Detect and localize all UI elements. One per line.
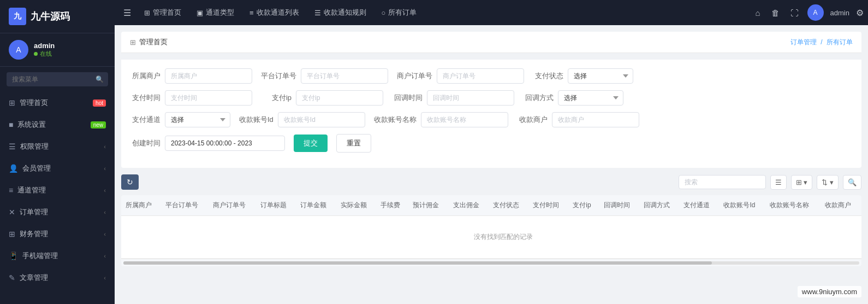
col-actual-amount: 实际金额 xyxy=(336,195,376,216)
chevron-right-icon-5: ‹ xyxy=(104,231,106,237)
filter-item-receive-merchant: 收款商户 xyxy=(517,112,639,127)
sidebar-item-channel[interactable]: ≡ 通道管理 ‹ xyxy=(0,179,115,201)
grid-view-button[interactable]: ⊞ ▾ xyxy=(791,175,813,190)
col-platform-order: 平台订单号 xyxy=(161,195,209,216)
data-table-wrap: 所属商户 平台订单号 商户订单号 订单标题 订单金额 实际金额 手续费 预计佣金… xyxy=(121,195,861,266)
filter-input-platform-order[interactable] xyxy=(301,68,388,84)
filter-item-receive-account-name: 收款账号名称 xyxy=(374,112,508,127)
filter-item-callback-method: 回调方式 选择 GET POST xyxy=(523,90,623,106)
filter-row-4: 创建时间 提交 重置 xyxy=(130,134,853,153)
sort-button[interactable]: ⇅ ▾ xyxy=(817,175,839,190)
sidebar-item-member[interactable]: 👤 会员管理 ‹ xyxy=(0,157,115,179)
tab-payment-rule[interactable]: ☰ 收款通知规则 xyxy=(308,5,373,20)
hamburger-icon[interactable]: ☰ xyxy=(119,3,135,22)
sidebar-search-wrap: 🔍 xyxy=(0,67,115,92)
col-receive-account-id: 收款账号Id xyxy=(719,195,765,216)
trash-icon[interactable]: 🗑 xyxy=(769,6,782,20)
horizontal-scrollbar[interactable] xyxy=(121,259,861,266)
filter-label-receive-merchant: 收款商户 xyxy=(517,115,548,125)
col-estimated-commission: 预计佣金 xyxy=(408,195,448,216)
filter-label-callback-time: 回调时间 xyxy=(392,93,423,103)
search-icon: 🔍 xyxy=(96,75,104,83)
table-toolbar-right: ☰ ⊞ ▾ ⇅ ▾ 🔍 xyxy=(679,175,861,190)
filter-input-merchant[interactable] xyxy=(165,68,252,84)
filter-item-pay-channel: 支付通道 选择 xyxy=(130,112,230,127)
sidebar-user: A admin 在线 xyxy=(0,33,115,67)
finance-icon: ⊞ xyxy=(9,230,15,238)
table-toolbar: ↻ ☰ ⊞ ▾ ⇅ ▾ 🔍 xyxy=(121,174,861,190)
col-order-title: 订单标题 xyxy=(256,195,296,216)
filter-input-merchant-order[interactable] xyxy=(437,68,524,84)
sidebar-item-article[interactable]: ✎ 文章管理 ‹ xyxy=(0,267,115,289)
fullscreen-icon[interactable]: ⛶ xyxy=(788,6,801,20)
tab-payment-channel[interactable]: ≡ 收款通道列表 xyxy=(243,5,306,20)
breadcrumb-parent[interactable]: 订单管理 xyxy=(790,38,817,46)
filter-row-1: 所属商户 平台订单号 商户订单号 支付状态 选择 待支付 支付成功 xyxy=(130,68,853,84)
submit-button[interactable]: 提交 xyxy=(294,135,328,152)
settings-icon[interactable]: ⚙ xyxy=(856,8,864,18)
chevron-right-icon-2: ‹ xyxy=(104,165,106,172)
topnav-right: ⌂ 🗑 ⛶ A admin ⚙ xyxy=(753,4,864,21)
tab-channel-type[interactable]: ▣ 通道类型 xyxy=(190,5,241,20)
filter-label-receive-account-id: 收款账号Id xyxy=(239,115,274,125)
col-merchant: 所属商户 xyxy=(121,195,161,216)
search-button[interactable]: 🔍 xyxy=(843,175,861,190)
filter-input-create-time[interactable] xyxy=(165,136,285,151)
search-input[interactable] xyxy=(7,72,108,86)
user-status: 在线 xyxy=(34,50,55,58)
sidebar: 九 九牛源码 A admin 在线 🔍 ⊞ 管理首页 hot ■ xyxy=(0,0,115,304)
breadcrumb-separator: / xyxy=(821,38,822,46)
filter-select-pay-status[interactable]: 选择 待支付 支付成功 支付失败 已退款 xyxy=(568,68,633,84)
col-paid-commission: 支出佣金 xyxy=(449,195,489,216)
refresh-button[interactable]: ↻ xyxy=(121,174,139,190)
table-head: 所属商户 平台订单号 商户订单号 订单标题 订单金额 实际金额 手续费 预计佣金… xyxy=(121,195,861,216)
sidebar-item-permission[interactable]: ☰ 权限管理 ‹ xyxy=(0,136,115,157)
filter-panel: 所属商户 平台订单号 商户订单号 支付状态 选择 待支付 支付成功 xyxy=(121,60,861,168)
filter-input-receive-merchant[interactable] xyxy=(552,112,639,127)
filter-input-receive-account-id[interactable] xyxy=(278,112,365,127)
sidebar-item-system[interactable]: ■ 系统设置 new xyxy=(0,114,115,136)
user-info: admin 在线 xyxy=(34,42,55,58)
reset-button[interactable]: 重置 xyxy=(336,134,371,153)
table-body: 没有找到匹配的记录 xyxy=(121,216,861,259)
filter-input-callback-time[interactable] xyxy=(427,90,514,106)
column-toggle-button[interactable]: ☰ xyxy=(770,175,787,190)
filter-item-create-time: 创建时间 xyxy=(130,136,285,151)
filter-select-callback-method[interactable]: 选择 GET POST xyxy=(558,90,623,106)
no-data-text: 没有找到匹配的记录 xyxy=(121,216,861,259)
filter-item-receive-account-id: 收款账号Id xyxy=(239,112,365,127)
sidebar-item-dashboard[interactable]: ⊞ 管理首页 hot xyxy=(0,92,115,114)
filter-item-pay-ip: 支付ip xyxy=(261,90,383,106)
table-search-input[interactable] xyxy=(679,175,766,189)
data-table: 所属商户 平台订单号 商户订单号 订单标题 订单金额 实际金额 手续费 预计佣金… xyxy=(121,195,861,259)
tab-dashboard[interactable]: ⊞ 管理首页 xyxy=(138,5,188,20)
mobile-icon: 📱 xyxy=(9,252,18,260)
col-callback-time: 回调时间 xyxy=(599,195,639,216)
scroll-thumb xyxy=(123,261,712,265)
filter-item-pay-status: 支付状态 选择 待支付 支付成功 支付失败 已退款 xyxy=(533,68,633,84)
member-icon: 👤 xyxy=(9,164,18,173)
logo-icon: 九 xyxy=(9,8,26,25)
filter-item-merchant-order: 商户订单号 xyxy=(397,68,524,84)
sidebar-item-finance[interactable]: ⊞ 财务管理 ‹ xyxy=(0,223,115,245)
filter-item-platform-order: 平台订单号 xyxy=(261,68,388,84)
tab-all-orders[interactable]: ○ 所有订单 xyxy=(375,5,424,20)
chevron-right-icon-4: ‹ xyxy=(104,209,106,215)
home-icon[interactable]: ⌂ xyxy=(753,6,763,20)
sidebar-item-mobile[interactable]: 📱 手机端管理 ‹ xyxy=(0,245,115,267)
content-area: ⊞ 管理首页 订单管理 / 所有订单 所属商户 平台订单号 xyxy=(115,25,868,304)
filter-input-pay-time[interactable] xyxy=(165,90,252,106)
col-pay-status: 支付状态 xyxy=(489,195,528,216)
tab-all-orders-icon: ○ xyxy=(382,9,386,17)
col-receive-account-name: 收款账号名称 xyxy=(765,195,821,216)
col-callback-method: 回调方式 xyxy=(639,195,679,216)
avatar: A xyxy=(9,40,28,60)
tab-payment-channel-icon: ≡ xyxy=(249,9,254,17)
filter-label-callback-method: 回调方式 xyxy=(523,93,554,103)
filter-input-receive-account-name[interactable] xyxy=(421,112,508,127)
topnav: ☰ ⊞ 管理首页 ▣ 通道类型 ≡ 收款通道列表 ☰ 收款通知规则 ○ 所有订单… xyxy=(115,0,868,25)
col-fee: 手续费 xyxy=(376,195,409,216)
sidebar-item-order[interactable]: ✕ 订单管理 ‹ xyxy=(0,201,115,223)
filter-select-pay-channel[interactable]: 选择 xyxy=(165,112,230,127)
filter-input-pay-ip[interactable] xyxy=(296,90,383,106)
